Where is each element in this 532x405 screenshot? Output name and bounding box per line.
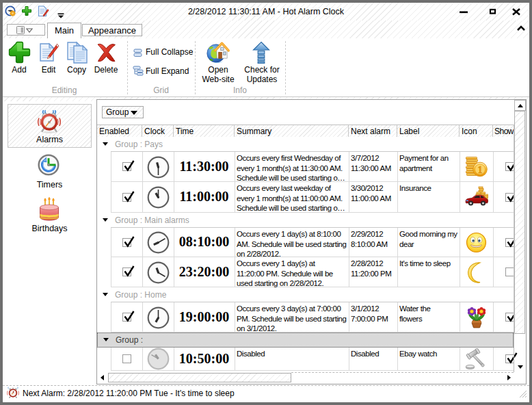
svg-text:1: 1 bbox=[478, 165, 483, 175]
